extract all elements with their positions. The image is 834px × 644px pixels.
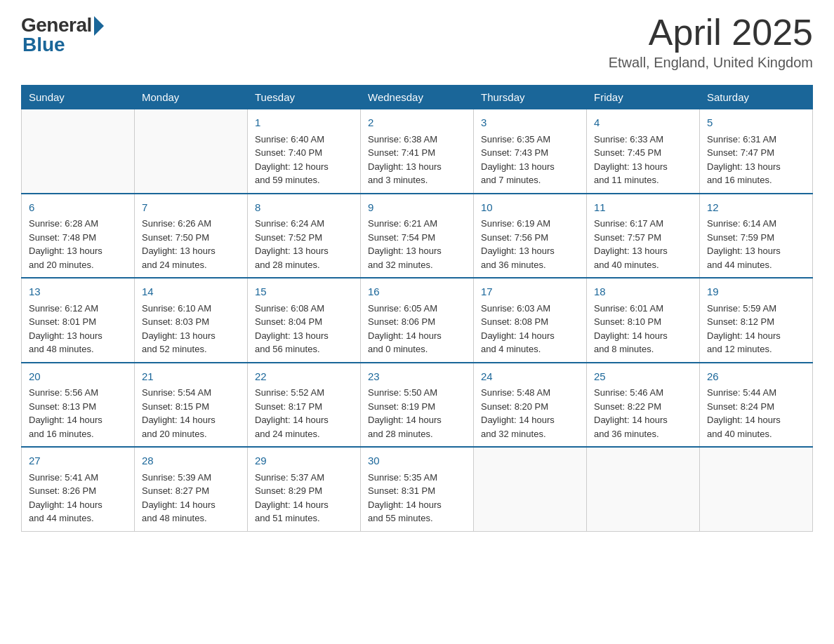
calendar-cell: 16Sunrise: 6:05 AM Sunset: 8:06 PM Dayli… (361, 278, 474, 363)
calendar-cell: 6Sunrise: 6:28 AM Sunset: 7:48 PM Daylig… (22, 194, 135, 279)
month-title: April 2025 (609, 14, 813, 51)
day-info: Sunrise: 6:21 AM Sunset: 7:54 PM Dayligh… (368, 217, 466, 271)
day-info: Sunrise: 5:39 AM Sunset: 8:27 PM Dayligh… (142, 471, 240, 525)
day-number: 7 (142, 200, 240, 216)
day-info: Sunrise: 5:35 AM Sunset: 8:31 PM Dayligh… (368, 471, 466, 525)
day-number: 15 (255, 284, 353, 300)
calendar-cell: 10Sunrise: 6:19 AM Sunset: 7:56 PM Dayli… (474, 194, 587, 279)
calendar-cell: 28Sunrise: 5:39 AM Sunset: 8:27 PM Dayli… (135, 447, 248, 531)
day-info: Sunrise: 5:41 AM Sunset: 8:26 PM Dayligh… (29, 471, 127, 525)
day-number: 8 (255, 200, 353, 216)
day-number: 12 (707, 200, 805, 216)
day-info: Sunrise: 6:14 AM Sunset: 7:59 PM Dayligh… (707, 217, 805, 271)
calendar-cell: 14Sunrise: 6:10 AM Sunset: 8:03 PM Dayli… (135, 278, 248, 363)
calendar-cell: 4Sunrise: 6:33 AM Sunset: 7:45 PM Daylig… (587, 109, 700, 194)
day-number: 27 (29, 453, 127, 469)
day-info: Sunrise: 6:28 AM Sunset: 7:48 PM Dayligh… (29, 217, 127, 271)
col-tuesday: Tuesday (248, 86, 361, 109)
day-number: 9 (368, 200, 466, 216)
col-sunday: Sunday (22, 86, 135, 109)
day-number: 24 (481, 369, 579, 385)
day-info: Sunrise: 5:44 AM Sunset: 8:24 PM Dayligh… (707, 386, 805, 441)
day-info: Sunrise: 6:31 AM Sunset: 7:47 PM Dayligh… (707, 133, 805, 187)
calendar-cell: 19Sunrise: 5:59 AM Sunset: 8:12 PM Dayli… (700, 278, 813, 363)
calendar-cell: 29Sunrise: 5:37 AM Sunset: 8:29 PM Dayli… (248, 447, 361, 531)
day-number: 17 (481, 284, 579, 300)
logo: General Blue (21, 14, 104, 56)
calendar-cell: 3Sunrise: 6:35 AM Sunset: 7:43 PM Daylig… (474, 109, 587, 194)
day-number: 14 (142, 284, 240, 300)
day-number: 20 (29, 369, 127, 385)
day-number: 25 (594, 369, 692, 385)
day-info: Sunrise: 6:40 AM Sunset: 7:40 PM Dayligh… (255, 133, 353, 187)
calendar-cell (135, 109, 248, 194)
day-number: 3 (481, 115, 579, 131)
calendar-cell (700, 447, 813, 531)
day-number: 1 (255, 115, 353, 131)
location-label: Etwall, England, United Kingdom (609, 55, 813, 71)
calendar-cell (22, 109, 135, 194)
day-number: 22 (255, 369, 353, 385)
day-number: 21 (142, 369, 240, 385)
calendar-cell: 22Sunrise: 5:52 AM Sunset: 8:17 PM Dayli… (248, 363, 361, 448)
calendar-week-row-1: 1Sunrise: 6:40 AM Sunset: 7:40 PM Daylig… (22, 109, 813, 194)
day-number: 2 (368, 115, 466, 131)
day-number: 30 (368, 453, 466, 469)
day-info: Sunrise: 6:12 AM Sunset: 8:01 PM Dayligh… (29, 302, 127, 356)
day-info: Sunrise: 6:01 AM Sunset: 8:10 PM Dayligh… (594, 302, 692, 356)
calendar-cell (474, 447, 587, 531)
calendar-cell: 27Sunrise: 5:41 AM Sunset: 8:26 PM Dayli… (22, 447, 135, 531)
calendar-cell: 8Sunrise: 6:24 AM Sunset: 7:52 PM Daylig… (248, 194, 361, 279)
page-header: General Blue April 2025 Etwall, England,… (21, 14, 813, 71)
calendar-cell: 24Sunrise: 5:48 AM Sunset: 8:20 PM Dayli… (474, 363, 587, 448)
logo-blue-text: Blue (22, 34, 65, 56)
day-number: 28 (142, 453, 240, 469)
calendar-cell: 26Sunrise: 5:44 AM Sunset: 8:24 PM Dayli… (700, 363, 813, 448)
day-info: Sunrise: 5:37 AM Sunset: 8:29 PM Dayligh… (255, 471, 353, 525)
col-saturday: Saturday (700, 86, 813, 109)
day-info: Sunrise: 6:03 AM Sunset: 8:08 PM Dayligh… (481, 302, 579, 356)
calendar-week-row-3: 13Sunrise: 6:12 AM Sunset: 8:01 PM Dayli… (22, 278, 813, 363)
calendar-cell: 12Sunrise: 6:14 AM Sunset: 7:59 PM Dayli… (700, 194, 813, 279)
calendar-cell: 30Sunrise: 5:35 AM Sunset: 8:31 PM Dayli… (361, 447, 474, 531)
col-thursday: Thursday (474, 86, 587, 109)
day-info: Sunrise: 5:46 AM Sunset: 8:22 PM Dayligh… (594, 386, 692, 441)
calendar-cell: 7Sunrise: 6:26 AM Sunset: 7:50 PM Daylig… (135, 194, 248, 279)
calendar-week-row-4: 20Sunrise: 5:56 AM Sunset: 8:13 PM Dayli… (22, 363, 813, 448)
calendar-header-row: Sunday Monday Tuesday Wednesday Thursday… (22, 86, 813, 109)
day-number: 29 (255, 453, 353, 469)
day-info: Sunrise: 5:54 AM Sunset: 8:15 PM Dayligh… (142, 386, 240, 441)
day-number: 5 (707, 115, 805, 131)
title-block: April 2025 Etwall, England, United Kingd… (609, 14, 813, 71)
col-monday: Monday (135, 86, 248, 109)
day-number: 4 (594, 115, 692, 131)
day-info: Sunrise: 6:05 AM Sunset: 8:06 PM Dayligh… (368, 302, 466, 356)
calendar-cell: 15Sunrise: 6:08 AM Sunset: 8:04 PM Dayli… (248, 278, 361, 363)
calendar-week-row-2: 6Sunrise: 6:28 AM Sunset: 7:48 PM Daylig… (22, 194, 813, 279)
calendar-cell: 20Sunrise: 5:56 AM Sunset: 8:13 PM Dayli… (22, 363, 135, 448)
day-info: Sunrise: 6:26 AM Sunset: 7:50 PM Dayligh… (142, 217, 240, 271)
calendar-cell: 1Sunrise: 6:40 AM Sunset: 7:40 PM Daylig… (248, 109, 361, 194)
day-number: 16 (368, 284, 466, 300)
logo-arrow-icon (94, 16, 104, 36)
day-info: Sunrise: 6:10 AM Sunset: 8:03 PM Dayligh… (142, 302, 240, 356)
day-info: Sunrise: 6:33 AM Sunset: 7:45 PM Dayligh… (594, 133, 692, 187)
calendar-week-row-5: 27Sunrise: 5:41 AM Sunset: 8:26 PM Dayli… (22, 447, 813, 531)
calendar-table: Sunday Monday Tuesday Wednesday Thursday… (21, 85, 813, 532)
day-info: Sunrise: 6:19 AM Sunset: 7:56 PM Dayligh… (481, 217, 579, 271)
day-number: 23 (368, 369, 466, 385)
calendar-cell: 2Sunrise: 6:38 AM Sunset: 7:41 PM Daylig… (361, 109, 474, 194)
calendar-cell (587, 447, 700, 531)
day-number: 18 (594, 284, 692, 300)
calendar-cell: 21Sunrise: 5:54 AM Sunset: 8:15 PM Dayli… (135, 363, 248, 448)
col-wednesday: Wednesday (361, 86, 474, 109)
day-number: 26 (707, 369, 805, 385)
calendar-cell: 17Sunrise: 6:03 AM Sunset: 8:08 PM Dayli… (474, 278, 587, 363)
calendar-cell: 25Sunrise: 5:46 AM Sunset: 8:22 PM Dayli… (587, 363, 700, 448)
day-info: Sunrise: 5:50 AM Sunset: 8:19 PM Dayligh… (368, 386, 466, 441)
day-info: Sunrise: 5:52 AM Sunset: 8:17 PM Dayligh… (255, 386, 353, 441)
calendar-cell: 13Sunrise: 6:12 AM Sunset: 8:01 PM Dayli… (22, 278, 135, 363)
day-info: Sunrise: 5:56 AM Sunset: 8:13 PM Dayligh… (29, 386, 127, 441)
day-info: Sunrise: 5:59 AM Sunset: 8:12 PM Dayligh… (707, 302, 805, 356)
calendar-cell: 23Sunrise: 5:50 AM Sunset: 8:19 PM Dayli… (361, 363, 474, 448)
